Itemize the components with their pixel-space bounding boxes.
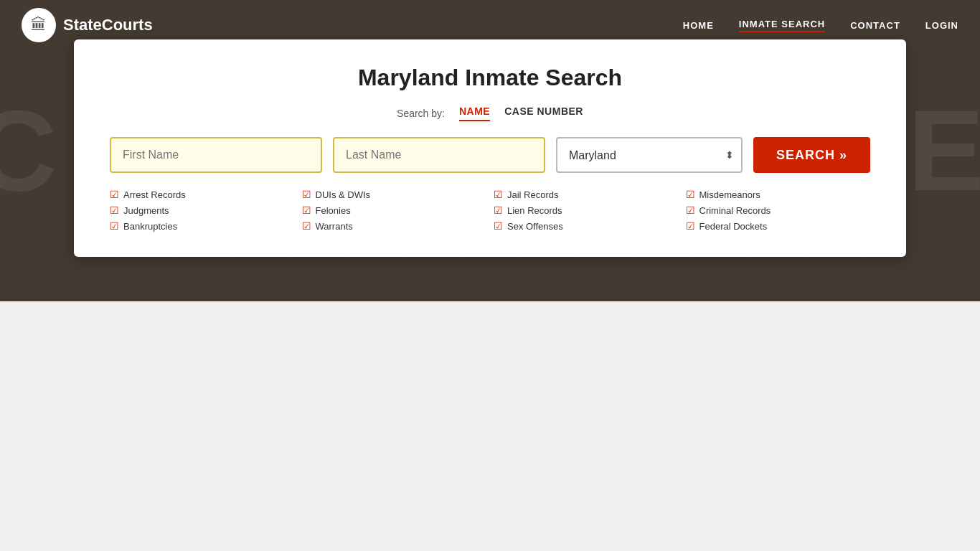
checkbox-label-sex-offenses: Sex Offenses: [507, 221, 563, 232]
first-name-input[interactable]: [110, 137, 322, 173]
checkbox-bankruptcies: ☑ Bankruptcies: [110, 220, 295, 232]
check-icon-judgments: ☑: [110, 204, 119, 216]
checkbox-label-federal: Federal Dockets: [699, 221, 768, 232]
state-select[interactable]: Maryland AlabamaAlaskaArizona ArkansasCa…: [556, 137, 743, 173]
checkbox-label-misdemeanors: Misdemeanors: [699, 189, 760, 200]
checkbox-label-jail: Jail Records: [507, 189, 559, 200]
checkbox-label-warrants: Warrants: [316, 221, 353, 232]
state-select-wrapper: Maryland AlabamaAlaskaArizona ArkansasCa…: [556, 137, 743, 173]
nav-home[interactable]: HOME: [683, 20, 714, 31]
checkbox-grid: ☑ Arrest Records ☑ DUIs & DWIs ☑ Jail Re…: [110, 189, 870, 232]
checkbox-duis: ☑ DUIs & DWIs: [302, 189, 487, 200]
nav-login[interactable]: LOGIN: [925, 20, 958, 31]
checkbox-felonies: ☑ Felonies: [302, 204, 487, 216]
checkbox-label-criminal: Criminal Records: [699, 205, 771, 216]
logo-link[interactable]: 🏛 StateCourts: [22, 8, 153, 42]
logo-icon: 🏛: [22, 8, 56, 42]
checkbox-label-duis: DUIs & DWIs: [316, 189, 371, 200]
nav-inmate-search[interactable]: INMATE SEARCH: [739, 19, 825, 32]
checkbox-label-lien: Lien Records: [507, 205, 562, 216]
checkbox-federal-dockets: ☑ Federal Dockets: [686, 220, 871, 232]
checkbox-judgments: ☑ Judgments: [110, 204, 295, 216]
checkbox-warrants: ☑ Warrants: [302, 220, 487, 232]
search-button[interactable]: SEARCH »: [753, 137, 870, 173]
last-name-input[interactable]: [333, 137, 545, 173]
checkbox-label-arrest: Arrest Records: [123, 189, 186, 200]
checkbox-label-judgments: Judgments: [123, 205, 169, 216]
check-icon-sex-offenses: ☑: [494, 220, 503, 232]
search-card: Maryland Inmate Search Search by: NAME C…: [74, 39, 906, 257]
logo-text: StateCourts: [63, 16, 153, 34]
checkbox-lien-records: ☑ Lien Records: [494, 204, 679, 216]
checkbox-misdemeanors: ☑ Misdemeanors: [686, 189, 871, 200]
check-icon-federal: ☑: [686, 220, 695, 232]
check-icon-criminal: ☑: [686, 204, 695, 216]
checkbox-arrest-records: ☑ Arrest Records: [110, 189, 295, 200]
search-by-label: Search by:: [397, 108, 445, 119]
check-icon-bankruptcies: ☑: [110, 220, 119, 232]
checkbox-label-felonies: Felonies: [316, 205, 351, 216]
nav-contact[interactable]: CONTACT: [850, 20, 900, 31]
check-icon-duis: ☑: [302, 189, 311, 200]
search-by-row: Search by: NAME CASE NUMBER: [110, 105, 870, 121]
checkbox-label-bankruptcies: Bankruptcies: [123, 221, 177, 232]
hero-section: COURTHOUSE 🏛 StateCourts HOME INMATE SEA…: [0, 0, 980, 301]
search-inputs-row: Maryland AlabamaAlaskaArizona ArkansasCa…: [110, 137, 870, 173]
checkbox-jail-records: ☑ Jail Records: [494, 189, 679, 200]
check-icon-jail: ☑: [494, 189, 503, 200]
tab-name[interactable]: NAME: [459, 105, 490, 121]
check-icon-misdemeanors: ☑: [686, 189, 695, 200]
checkbox-criminal-records: ☑ Criminal Records: [686, 204, 871, 216]
checkbox-sex-offenses: ☑ Sex Offenses: [494, 220, 679, 232]
tab-case-number[interactable]: CASE NUMBER: [504, 105, 583, 121]
nav-links: HOME INMATE SEARCH CONTACT LOGIN: [683, 19, 958, 32]
check-icon-felonies: ☑: [302, 204, 311, 216]
search-card-title: Maryland Inmate Search: [110, 65, 870, 91]
check-icon-warrants: ☑: [302, 220, 311, 232]
check-icon-lien: ☑: [494, 204, 503, 216]
check-icon-arrest: ☑: [110, 189, 119, 200]
